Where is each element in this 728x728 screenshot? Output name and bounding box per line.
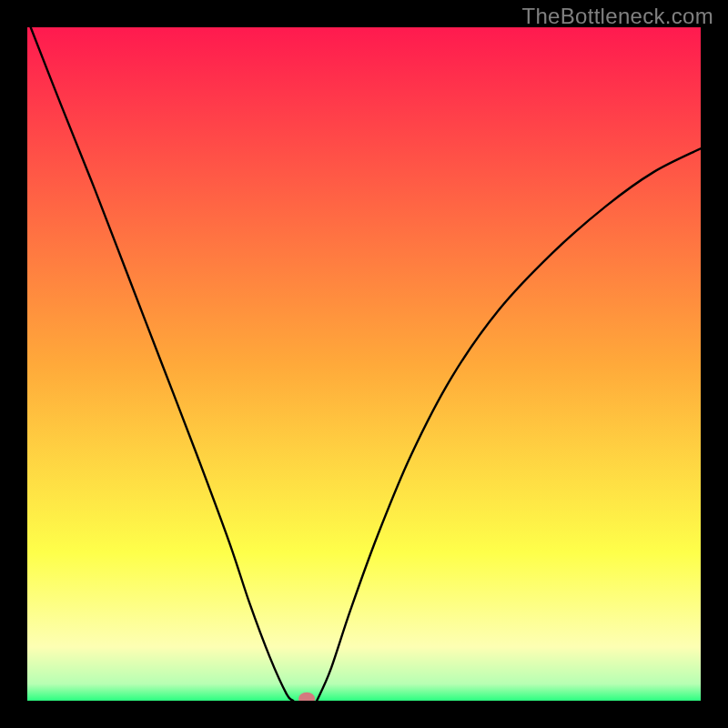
svg-point-1 bbox=[298, 693, 315, 701]
chart-frame: TheBottleneck.com bbox=[0, 0, 728, 728]
plot-area bbox=[27, 27, 701, 701]
optimal-marker bbox=[27, 27, 701, 701]
watermark-text: TheBottleneck.com bbox=[521, 4, 713, 29]
